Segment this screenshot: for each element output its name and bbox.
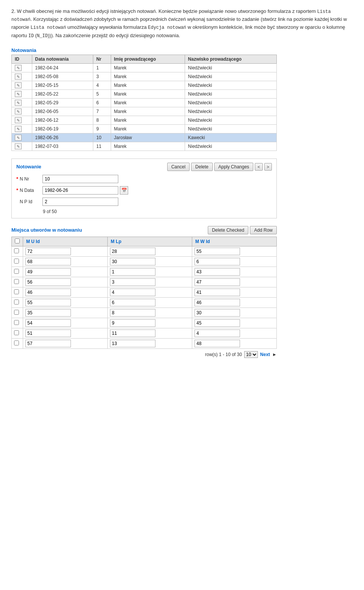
col-mu-id-header[interactable]: M U Id	[23, 237, 108, 246]
row-checkbox[interactable]	[14, 269, 19, 274]
cell-nr: 8	[93, 116, 111, 124]
cell-mu_id	[23, 338, 108, 348]
cell-m_lp	[108, 338, 192, 348]
mu_id-input[interactable]	[25, 309, 71, 317]
row-checkbox[interactable]	[14, 279, 19, 284]
m_lp-input[interactable]	[110, 330, 155, 337]
edit-icon[interactable]: ✎	[15, 82, 22, 88]
m_lp-input[interactable]	[110, 319, 155, 327]
col-mw-id-link[interactable]: M W Id	[195, 239, 210, 244]
mw_id-input[interactable]	[195, 330, 240, 337]
mw_id-input[interactable]	[195, 340, 240, 347]
cancel-button[interactable]: Cancel	[167, 163, 190, 171]
edit-icon[interactable]: ✎	[15, 91, 22, 97]
miejsca-table: M U Id M Lp M W Id	[11, 237, 277, 349]
table-row: ✎1982-04-241MarekNiedźwiecki	[12, 63, 277, 72]
apply-changes-button[interactable]: Apply Changes	[214, 163, 253, 171]
m_lp-input[interactable]	[110, 268, 155, 276]
mw_id-input[interactable]	[195, 278, 240, 286]
edit-icon[interactable]: ✎	[15, 117, 22, 123]
col-m-lp-header[interactable]: M Lp	[108, 237, 192, 246]
row-checkbox[interactable]	[14, 320, 19, 325]
list-item	[12, 277, 277, 287]
mw_id-input[interactable]	[195, 289, 240, 296]
cell-data: 1982-06-12	[32, 116, 93, 124]
row-checkbox[interactable]	[14, 330, 19, 335]
row-checkbox[interactable]	[14, 341, 19, 345]
edit-cell: ✎	[12, 107, 32, 116]
next-link[interactable]: Next	[260, 352, 270, 357]
list-item	[12, 267, 277, 277]
cell-data: 1982-05-29	[32, 98, 93, 107]
edit-icon[interactable]: ✎	[15, 143, 22, 149]
intro-form-name: Edycja notowań	[148, 25, 186, 30]
edit-icon[interactable]: ✎	[15, 108, 22, 115]
mw_id-input[interactable]	[195, 248, 240, 255]
mu_id-input[interactable]	[25, 258, 71, 265]
rows-per-page-select[interactable]: 10	[244, 351, 258, 358]
edit-icon[interactable]: ✎	[15, 74, 22, 80]
mw_id-input[interactable]	[195, 309, 240, 317]
n-p-id-input[interactable]	[42, 198, 118, 206]
edit-icon[interactable]: ✎	[15, 135, 22, 141]
mu_id-input[interactable]	[25, 268, 71, 276]
mu_id-input[interactable]	[25, 289, 71, 296]
mu_id-input[interactable]	[25, 248, 71, 255]
col-m-lp-link[interactable]: M Lp	[111, 239, 121, 244]
table-row: ✎1982-06-2610JarosławKawecki	[12, 133, 277, 142]
checkbox-cell	[12, 318, 23, 328]
mu_id-input[interactable]	[25, 340, 71, 347]
cell-data: 1982-06-26	[32, 133, 93, 142]
m_lp-input[interactable]	[110, 289, 155, 296]
m_lp-input[interactable]	[110, 299, 155, 306]
mw_id-input[interactable]	[195, 258, 240, 265]
mw_id-input[interactable]	[195, 299, 240, 306]
m_lp-input[interactable]	[110, 340, 155, 347]
cell-mw_id	[192, 328, 277, 338]
mu_id-input[interactable]	[25, 330, 71, 337]
m_lp-input[interactable]	[110, 258, 155, 265]
cell-nr: 1	[93, 63, 111, 72]
col-mu-id-link[interactable]: M U Id	[26, 239, 40, 244]
table-row: ✎1982-05-083MarekNiedźwiecki	[12, 72, 277, 81]
mw_id-input[interactable]	[195, 319, 240, 327]
cell-nazwisko: Niedźwiecki	[185, 142, 276, 151]
mw_id-input[interactable]	[195, 268, 240, 276]
intro-paragraph: 2. W chwili obecnej nie ma możliwości ed…	[11, 8, 353, 40]
cell-imie: Marek	[111, 89, 185, 98]
m_lp-input[interactable]	[110, 248, 155, 255]
col-mw-id-header[interactable]: M W Id	[192, 237, 277, 246]
delete-button[interactable]: Delete	[191, 163, 213, 171]
checkbox-cell	[12, 287, 23, 297]
row-checkbox[interactable]	[14, 248, 19, 253]
edit-cell: ✎	[12, 72, 32, 81]
row-checkbox[interactable]	[14, 259, 19, 264]
mu_id-input[interactable]	[25, 319, 71, 327]
m_lp-input[interactable]	[110, 309, 155, 317]
table-row: ✎1982-06-199MarekNiedźwiecki	[12, 124, 277, 133]
delete-checked-button[interactable]: Delete Checked	[208, 226, 248, 234]
mu_id-input[interactable]	[25, 299, 71, 306]
n-data-input[interactable]	[42, 186, 118, 195]
row-checkbox[interactable]	[14, 310, 19, 315]
edit-cell: ✎	[12, 124, 32, 133]
mu_id-input[interactable]	[25, 278, 71, 286]
n-data-row: * N Data 📅	[16, 186, 272, 195]
edit-icon[interactable]: ✎	[15, 100, 22, 106]
cell-nazwisko: Niedźwiecki	[185, 89, 276, 98]
calendar-icon[interactable]: 📅	[120, 186, 128, 195]
n-nr-input[interactable]	[42, 175, 118, 183]
m_lp-input[interactable]	[110, 278, 155, 286]
row-checkbox[interactable]	[14, 300, 19, 304]
select-all-checkbox[interactable]	[15, 239, 20, 243]
cell-mw_id	[192, 267, 277, 277]
cell-nazwisko: Niedźwiecki	[185, 124, 276, 133]
row-checkbox[interactable]	[14, 289, 19, 294]
edit-icon[interactable]: ✎	[15, 126, 22, 132]
add-row-button[interactable]: Add Row	[250, 226, 277, 234]
next-button[interactable]: >	[264, 163, 272, 171]
edit-icon[interactable]: ✎	[15, 65, 22, 71]
prev-button[interactable]: <	[255, 163, 262, 171]
cell-m_lp	[108, 267, 192, 277]
form-buttons: Cancel Delete Apply Changes < >	[167, 163, 272, 171]
